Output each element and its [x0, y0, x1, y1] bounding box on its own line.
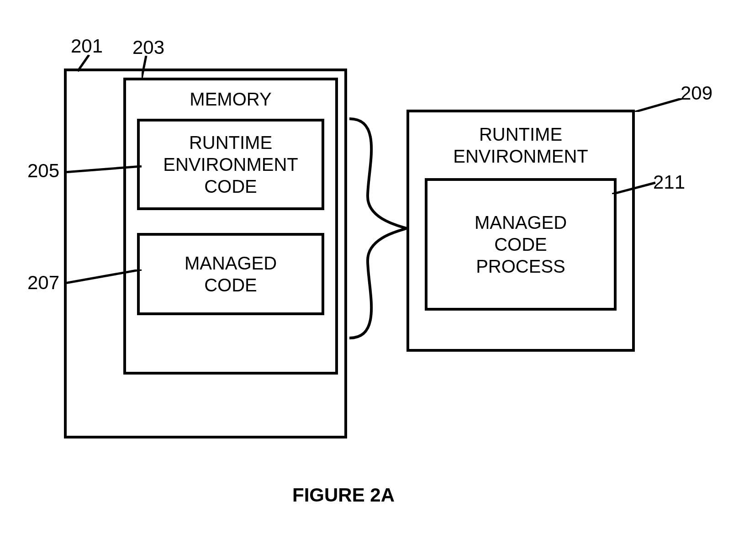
callout-207: [65, 269, 142, 288]
runtime-env-code-text: RUNTIME ENVIRONMENT CODE: [140, 122, 322, 207]
managed-code-process-text: MANAGED CODE PROCESS: [427, 181, 614, 308]
svg-line-5: [612, 183, 655, 194]
callout-201: [78, 55, 105, 73]
label-205: 205: [27, 160, 59, 182]
label-209: 209: [681, 82, 712, 104]
callout-205: [65, 165, 142, 179]
box-207-managed-code: MANAGED CODE: [137, 233, 324, 315]
label-203: 203: [132, 37, 164, 58]
box-205-runtime-env-code: RUNTIME ENVIRONMENT CODE: [137, 119, 324, 210]
svg-line-0: [78, 55, 89, 71]
svg-line-4: [635, 98, 683, 112]
label-211: 211: [653, 171, 685, 193]
runtime-env-title: RUNTIME ENVIRONMENT: [406, 123, 635, 167]
svg-line-2: [65, 166, 142, 172]
callout-209: [635, 98, 685, 112]
svg-line-3: [65, 269, 142, 283]
label-207: 207: [27, 272, 59, 294]
figure-caption: FIGURE 2A: [292, 484, 395, 506]
callout-203: [142, 56, 164, 81]
callout-211: [612, 180, 658, 194]
box-211-managed-code-process: MANAGED CODE PROCESS: [425, 178, 617, 311]
managed-code-text: MANAGED CODE: [140, 236, 322, 312]
memory-title: MEMORY: [123, 89, 338, 110]
label-201: 201: [71, 35, 103, 57]
svg-line-1: [142, 56, 146, 79]
curly-brace: [340, 114, 409, 343]
diagram-container: MEMORY RUNTIME ENVIRONMENT CODE MANAGED …: [0, 0, 744, 560]
